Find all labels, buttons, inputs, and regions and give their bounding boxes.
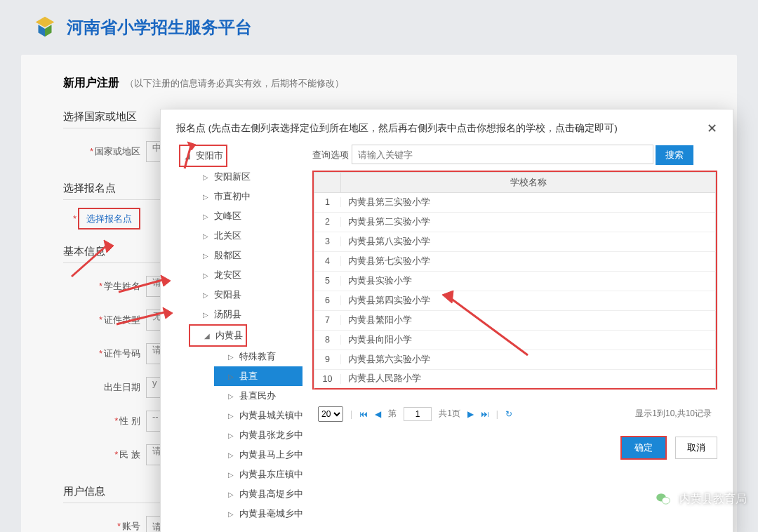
school-row-3[interactable]: 3内黄县第八实验小学 [314,232,716,252]
tree-node-xianzhiminban[interactable]: ▷ 县直民办 [214,386,302,406]
tree-node-anyangxian[interactable]: ▷ 安阳县 [189,285,302,305]
pager-prev-icon[interactable]: ◀ [375,409,381,419]
tree-node-gaodi[interactable]: ▷ 内黄县高堤乡中心校 [214,484,302,504]
school-row-4[interactable]: 4内黄县第七实验小学 [314,252,716,272]
tree-node-anyangxinqu[interactable]: ▷ 安阳新区 [189,167,302,187]
school-row-6[interactable]: 6内黄县第四实验小学 [314,291,716,311]
pager-next-icon[interactable]: ▶ [467,409,474,419]
school-table: 学校名称 1内黄县第三实验小学 2内黄县第二实验小学 3内黄县第八实验小学 4内… [312,171,717,390]
label-country: *国家或地区 [63,145,140,158]
platform-title: 河南省小学招生服务平台 [67,16,252,39]
svg-point-12 [662,497,670,504]
tree-node-longan[interactable]: ▷ 龙安区 [189,265,302,285]
column-school-name: 学校名称 [341,176,715,189]
tree-node-wenfeng[interactable]: ▷ 文峰区 [189,206,302,226]
tree-node-tangyin[interactable]: ▷ 汤阴县 [189,305,302,324]
tree-node-zhanglong[interactable]: ▷ 内黄县张龙乡中心校 [214,425,302,445]
tree-node-yindu[interactable]: ▷ 殷都区 [189,246,302,265]
logo-icon [32,14,58,41]
tree-node-mashang[interactable]: ▷ 内黄县马上乡中心校 [214,445,302,465]
wechat-watermark: 内黄县教育局 [653,488,747,510]
tree-node-bocheng[interactable]: ▷ 内黄县亳城乡中心校 [214,504,302,524]
register-hint: （以下注册的信息请务必真实有效，后期将不能修改） [125,78,344,88]
tree-node-xianzhi[interactable]: ▷ 县直 [214,366,302,386]
label-gender: *性 别 [63,415,140,427]
label-choose-point: *选择报名点 [63,213,140,225]
search-button[interactable]: 搜索 [656,145,693,165]
label-cert-no: *证件号码 [63,347,140,360]
tree-node-teshujiaoyu[interactable]: ▷ 特殊教育 [214,347,302,366]
school-row-10[interactable]: 10内黄县人民路小学 [314,370,716,390]
wechat-icon [653,488,674,510]
pager: 20 | ⏮ ◀ 第 共1页 ▶ ⏭ | ↻ 显示1到10,共10记录 [312,404,717,425]
school-row-2[interactable]: 2内黄县第二实验小学 [314,213,716,232]
school-row-1[interactable]: 1内黄县第三实验小学 [314,193,716,213]
choose-point-link[interactable]: 选择报名点 [78,208,140,230]
school-row-7[interactable]: 7内黄县繁阳小学 [314,311,716,331]
tree-node-neihuang[interactable]: ◢ 内黄县 [189,324,247,347]
tree-node-beiguan[interactable]: ▷ 北关区 [189,226,302,246]
search-label: 查询选项 [312,149,349,160]
watermark-text: 内黄县教育局 [679,492,747,507]
label-ethnic: *民 族 [63,448,140,461]
label-student-name: *学生姓名 [63,280,140,293]
register-title: 新用户注册 [63,77,119,88]
pager-refresh-icon[interactable]: ↻ [505,409,512,419]
pager-page-input[interactable] [404,407,432,421]
page-size-select[interactable]: 20 [318,406,343,422]
pager-first-icon[interactable]: ⏮ [359,409,368,419]
ok-button[interactable]: 确定 [620,436,667,460]
tree-root[interactable]: ◢ 安阳市 [179,145,227,167]
cancel-button[interactable]: 取消 [675,437,717,459]
close-icon[interactable]: ✕ [707,121,717,136]
search-input[interactable] [352,145,653,164]
pager-last-icon[interactable]: ⏭ [481,409,489,419]
tree-node-dongzhuang[interactable]: ▷ 内黄县东庄镇中心校 [214,465,302,484]
label-account: *账号 [63,520,140,532]
school-row-5[interactable]: 5内黄县实验小学 [314,272,716,291]
tree-node-shizhichu[interactable]: ▷ 市直初中 [189,187,302,206]
region-tree: ◢ 安阳市 ▷ 安阳新区 ▷ 市直初中 ▷ 文峰区 ▷ 北关区 ▷ 殷都区 ▷ … [176,145,302,524]
tree-node-chengguan[interactable]: ▷ 内黄县城关镇中心校 [214,406,302,425]
label-birth: 出生日期 [63,381,140,394]
modal-title: 报名点 (先点击左侧列表选择定位到所在地区，然后再右侧列表中点击你想报名的学校，… [176,122,618,135]
school-row-9[interactable]: 9内黄县第六实验小学 [314,350,716,370]
school-picker-modal: 报名点 (先点击左侧列表选择定位到所在地区，然后再右侧列表中点击你想报名的学校，… [160,109,733,532]
pager-info: 显示1到10,共10记录 [635,408,712,420]
label-cert-type: *证件类型 [63,314,140,326]
school-row-8[interactable]: 8内黄县向阳小学 [314,331,716,350]
page-header: 河南省小学招生服务平台 [0,0,758,55]
